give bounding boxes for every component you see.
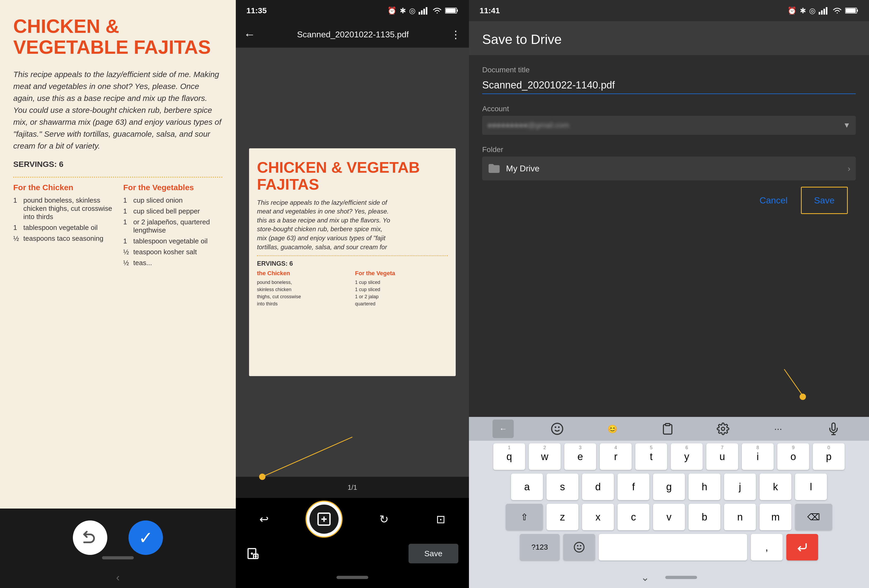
dotted-divider — [13, 177, 222, 178]
key-r[interactable]: 4r — [600, 443, 632, 470]
key-m[interactable]: m — [759, 504, 791, 530]
keyboard-more-button[interactable]: ··· — [766, 417, 790, 441]
key-w[interactable]: 2w — [529, 443, 561, 470]
undo-button[interactable] — [73, 520, 107, 555]
keyboard-nav-bar: ⌄ — [469, 567, 869, 588]
key-n[interactable]: n — [724, 504, 756, 530]
account-email: ●●●●●●●●●@gmail.com — [488, 121, 569, 129]
circle-icon: ◎ — [409, 6, 415, 15]
keyboard-clipboard-button[interactable] — [656, 417, 679, 441]
key-p[interactable]: 0p — [813, 443, 845, 470]
svg-rect-6 — [446, 9, 456, 13]
cancel-button[interactable]: Cancel — [752, 191, 796, 210]
keyboard-row-3: ⇧ z x c v b n m ⌫ — [474, 504, 864, 530]
key-l[interactable]: l — [795, 474, 827, 500]
pdf-chicken-col: the Chicken pound boneless, skinless chi… — [257, 270, 350, 308]
list-item: ½teaspoons taco seasoning — [13, 234, 113, 243]
pdf-veg-items: 1 cup sliced 1 cup sliced 1 or 2 jalap q… — [355, 279, 448, 308]
account-dropdown[interactable]: ●●●●●●●●●@gmail.com ▼ — [482, 116, 856, 135]
add-page-button[interactable] — [246, 547, 260, 560]
recipe-intro: This recipe appeals to the lazy/efficien… — [13, 68, 222, 152]
svg-point-27 — [552, 423, 563, 434]
delete-key[interactable]: ⌫ — [795, 504, 832, 530]
panel2-pdf-viewer: 11:35 ⏰ ✱ ◎ — [236, 0, 469, 588]
crop-tool-icon[interactable]: ⊡ — [436, 513, 445, 526]
save-to-drive-title: Save to Drive — [482, 32, 856, 47]
account-label: Account — [482, 105, 856, 113]
pdf-dotted-line — [257, 255, 448, 256]
status-time: 11:35 — [246, 6, 267, 15]
microphone-icon — [827, 422, 840, 435]
shift-icon: ⇧ — [521, 512, 528, 522]
key-y[interactable]: 6y — [671, 443, 703, 470]
keyboard-settings-button[interactable] — [711, 417, 735, 441]
clipboard-icon — [661, 422, 674, 435]
chicken-title: For the Chicken — [13, 183, 113, 192]
key-d[interactable]: d — [582, 474, 614, 500]
keyboard-back-button[interactable]: ← — [492, 419, 514, 438]
key-i[interactable]: 8i — [742, 443, 774, 470]
key-v[interactable]: v — [653, 504, 685, 530]
back-chevron-icon[interactable]: ‹ — [116, 572, 120, 584]
keyboard-gif-button[interactable]: 😊 — [601, 417, 624, 441]
save-pdf-button[interactable]: Save — [409, 544, 458, 563]
folder-name: My Drive — [506, 164, 842, 173]
dropdown-chevron-icon: ▼ — [843, 121, 850, 129]
svg-rect-1 — [421, 10, 423, 15]
key-x[interactable]: x — [582, 504, 614, 530]
key-f[interactable]: f — [618, 474, 650, 500]
key-s[interactable]: s — [547, 474, 578, 500]
pdf-recipe-intro: This recipe appeals to the lazy/efficien… — [257, 198, 448, 252]
pdf-recipe-title: CHICKEN & VEGETAB FAJITAS — [257, 159, 448, 193]
folder-icon — [488, 162, 501, 175]
comma-key[interactable]: , — [751, 534, 783, 560]
keyboard-mic-button[interactable] — [822, 417, 845, 441]
key-q[interactable]: 1q — [493, 443, 525, 470]
confirm-button[interactable]: ✓ — [129, 520, 163, 555]
p3-battery-icon — [845, 7, 859, 14]
key-k[interactable]: k — [759, 474, 791, 500]
key-h[interactable]: h — [688, 474, 721, 500]
panel1-recipe-viewer: CHICKEN & VEGETABLE FAJITAS This recipe … — [0, 0, 236, 588]
add-page-icon — [246, 547, 260, 560]
folder-row[interactable]: My Drive › — [482, 157, 856, 181]
panel1-nav-bar: ‹ — [0, 567, 236, 588]
list-item: 1cup sliced bell pepper — [123, 207, 222, 215]
battery-icon — [445, 7, 458, 14]
action-buttons-row: Cancel Save — [482, 191, 856, 210]
space-key[interactable] — [599, 534, 747, 560]
key-t[interactable]: 5t — [635, 443, 667, 470]
svg-rect-3 — [426, 7, 427, 15]
chicken-col: For the Chicken 1pound boneless, skinles… — [13, 183, 113, 270]
shift-key[interactable]: ⇧ — [506, 504, 543, 530]
page-indicator: 1/1 — [348, 483, 357, 492]
key-c[interactable]: c — [618, 504, 650, 530]
p3-status-time: 11:41 — [479, 6, 500, 15]
p3-status-icons: ⏰ ✱ ◎ — [787, 6, 859, 15]
eraser-tool-icon[interactable]: ↺ — [380, 513, 389, 526]
key-z[interactable]: z — [547, 504, 578, 530]
folder-label: Folder — [482, 145, 856, 154]
enter-key[interactable] — [786, 534, 818, 560]
key-u[interactable]: 7u — [706, 443, 738, 470]
undo-tool-icon[interactable]: ↩ — [260, 513, 268, 526]
key-g[interactable]: g — [653, 474, 685, 500]
add-scan-fab[interactable] — [305, 501, 343, 538]
key-a[interactable]: a — [511, 474, 543, 500]
key-o[interactable]: 9o — [777, 443, 809, 470]
key-j[interactable]: j — [724, 474, 756, 500]
bluetooth-icon: ✱ — [400, 6, 406, 15]
key-e[interactable]: 3e — [564, 443, 596, 470]
save-drive-button[interactable]: Save — [806, 191, 843, 210]
kb-nav-chevron-down-icon[interactable]: ⌄ — [641, 572, 650, 583]
back-button[interactable]: ← — [244, 28, 255, 41]
p3-wifi-icon — [832, 7, 842, 15]
numbers-key[interactable]: ?123 — [520, 534, 559, 560]
key-b[interactable]: b — [688, 504, 721, 530]
pdf-servings: ERVINGS: 6 — [257, 260, 448, 267]
doc-title-input[interactable] — [482, 77, 856, 94]
keyboard-emoji-picker[interactable] — [545, 417, 569, 441]
emoji-key[interactable] — [563, 534, 595, 560]
keyboard-keys: 1q 2w 3e 4r 5t 6y 7u 8i 9o 0p a s d f g … — [469, 441, 869, 567]
more-options-button[interactable]: ⋮ — [451, 28, 461, 40]
